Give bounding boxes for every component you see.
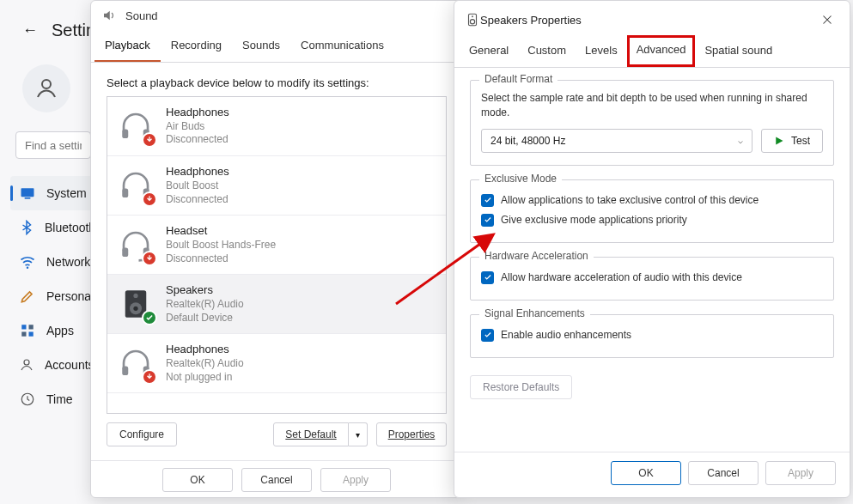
- svg-point-24: [472, 15, 473, 17]
- sound-footer-buttons: Configure Set Default ▾ Properties: [107, 414, 447, 455]
- sound-title: Sound: [125, 9, 158, 22]
- tab-communications[interactable]: Communications: [290, 30, 394, 62]
- sound-cancel-button[interactable]: Cancel: [241, 468, 312, 492]
- device-row[interactable]: HeadphonesRealtek(R) AudioNot plugged in: [107, 334, 446, 393]
- system-icon: [19, 185, 36, 202]
- test-button[interactable]: Test: [761, 129, 823, 153]
- svg-point-23: [470, 20, 474, 24]
- speaker-icon: [118, 286, 154, 322]
- sound-tabs: Playback Recording Sounds Communications: [91, 30, 462, 63]
- set-default-button[interactable]: Set Default: [273, 422, 349, 446]
- device-status: Default Device: [166, 312, 244, 325]
- check-label: Allow hardware acceleration of audio wit…: [501, 271, 742, 283]
- check-label: Allow applications to take exclusive con…: [501, 194, 759, 206]
- device-status: Disconnected: [166, 252, 276, 266]
- svg-rect-7: [29, 332, 34, 337]
- device-name: Headphones: [166, 165, 229, 179]
- tab-levels[interactable]: Levels: [576, 35, 627, 67]
- wifi-icon: [19, 253, 36, 270]
- checkbox-checked-icon: [481, 271, 494, 284]
- props-body: Default Format Select the sample rate an…: [454, 68, 850, 452]
- device-row[interactable]: SpeakersRealtek(R) AudioDefault Device: [107, 275, 446, 334]
- props-ok-button[interactable]: OK: [611, 461, 681, 485]
- format-combobox[interactable]: 24 bit, 48000 Hz ⌵: [481, 129, 752, 153]
- props-footer: OK Cancel Apply: [454, 452, 850, 497]
- check-exclusive-control[interactable]: Allow applications to take exclusive con…: [481, 191, 823, 210]
- tab-advanced[interactable]: Advanced: [627, 35, 696, 67]
- svg-rect-10: [122, 130, 128, 139]
- sound-dialog-footer: OK Cancel Apply: [91, 460, 462, 504]
- tab-sounds[interactable]: Sounds: [232, 30, 290, 62]
- device-name: Headset: [166, 224, 276, 239]
- properties-button[interactable]: Properties: [376, 422, 447, 446]
- device-row[interactable]: HeadphonesAir BudsDisconnected: [107, 97, 446, 156]
- tab-spatial-sound[interactable]: Spatial sound: [695, 35, 782, 67]
- legend-default-format: Default Format: [479, 73, 557, 85]
- device-intro: Select a playback device below to modify…: [107, 76, 447, 89]
- sound-titlebar[interactable]: Sound: [91, 1, 462, 30]
- svg-rect-2: [25, 197, 31, 199]
- svg-rect-6: [21, 332, 26, 337]
- tab-custom[interactable]: Custom: [518, 35, 576, 67]
- svg-rect-4: [21, 325, 26, 329]
- tab-playback[interactable]: Playback: [94, 30, 161, 62]
- search-input[interactable]: [15, 131, 91, 159]
- device-status: Disconnected: [166, 133, 229, 147]
- nav-item-network[interactable]: Network: [10, 245, 96, 279]
- nav-item-apps[interactable]: Apps: [10, 313, 96, 348]
- device-status: Not plugged in: [166, 371, 244, 385]
- check-enhancements[interactable]: Enable audio enhancements: [481, 325, 823, 345]
- nav-item-system[interactable]: System: [10, 176, 96, 210]
- apps-icon: [19, 322, 36, 339]
- sound-body: Select a playback device below to modify…: [91, 63, 462, 460]
- default-badge-icon: [142, 310, 157, 325]
- back-arrow-icon[interactable]: ←: [22, 21, 38, 39]
- set-default-dropdown[interactable]: ▾: [349, 422, 368, 446]
- chevron-down-icon: ⌵: [738, 136, 743, 145]
- nav-item-accounts[interactable]: Accounts: [10, 348, 96, 382]
- tab-general[interactable]: General: [460, 35, 518, 67]
- close-button[interactable]: [812, 8, 843, 32]
- close-icon: [822, 15, 832, 25]
- nav-label: Personalization: [46, 289, 96, 303]
- restore-defaults-button[interactable]: Restore Defaults: [470, 375, 572, 399]
- checkbox-checked-icon: [481, 214, 494, 227]
- headphones-icon: [118, 108, 154, 144]
- device-status: Disconnected: [166, 193, 229, 207]
- svg-point-3: [27, 266, 29, 269]
- props-titlebar[interactable]: Speakers Properties: [454, 1, 850, 35]
- check-label: Enable audio enhancements: [501, 329, 631, 341]
- props-apply-button[interactable]: Apply: [765, 461, 836, 485]
- device-sub: Boult Boost: [166, 179, 229, 193]
- device-list[interactable]: HeadphonesAir BudsDisconnectedHeadphones…: [107, 96, 447, 414]
- device-row[interactable]: HeadsetBoult Boost Hands-FreeDisconnecte…: [107, 216, 446, 275]
- brush-icon: [19, 288, 36, 305]
- sound-icon: [101, 8, 117, 23]
- nav-label: Accounts: [45, 358, 94, 372]
- props-cancel-button[interactable]: Cancel: [688, 461, 759, 485]
- svg-point-19: [133, 294, 137, 298]
- configure-button[interactable]: Configure: [107, 422, 177, 446]
- device-name: Headphones: [166, 106, 229, 120]
- nav-item-personalization[interactable]: Personalization: [10, 279, 96, 313]
- sound-dialog: Sound Playback Recording Sounds Communic…: [90, 0, 463, 498]
- device-name: Headphones: [166, 343, 244, 357]
- group-signal-enhancements: Signal Enhancements Enable audio enhance…: [470, 314, 834, 358]
- nav-item-time[interactable]: Time: [10, 382, 96, 416]
- device-text: SpeakersRealtek(R) AudioDefault Device: [166, 283, 244, 325]
- device-text: HeadphonesAir BudsDisconnected: [166, 106, 229, 147]
- device-text: HeadphonesRealtek(R) AudioNot plugged in: [166, 343, 244, 384]
- avatar[interactable]: [22, 64, 70, 112]
- set-default-split: Set Default ▾: [273, 422, 368, 446]
- play-icon: [774, 136, 784, 146]
- nav-item-bluetooth[interactable]: Bluetooth: [10, 210, 96, 245]
- sound-ok-button[interactable]: OK: [162, 468, 233, 492]
- sound-apply-button[interactable]: Apply: [320, 468, 391, 492]
- test-label: Test: [791, 135, 810, 147]
- device-sub: Realtek(R) Audio: [166, 298, 244, 312]
- disconnected-badge-icon: [142, 191, 157, 207]
- tab-recording[interactable]: Recording: [161, 30, 232, 62]
- device-row[interactable]: HeadphonesBoult BoostDisconnected: [107, 156, 446, 216]
- check-exclusive-priority[interactable]: Give exclusive mode applications priorit…: [481, 210, 823, 230]
- check-hwaccel[interactable]: Allow hardware acceleration of audio wit…: [481, 268, 823, 288]
